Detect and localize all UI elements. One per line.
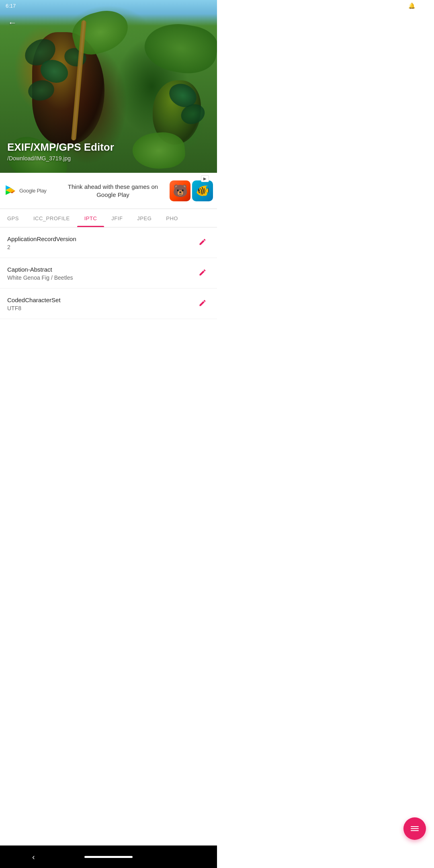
tab-jpeg[interactable]: JPEG bbox=[130, 209, 159, 227]
pencil-icon-2 bbox=[199, 268, 207, 276]
field-info-caption-abstract: Caption-Abstract White Genoa Fig / Beetl… bbox=[7, 266, 195, 281]
tab-jfif[interactable]: JFIF bbox=[104, 209, 130, 227]
hero-subtitle: /Download/IMG_3719.jpg bbox=[7, 155, 114, 162]
tab-iptc[interactable]: IPTC bbox=[77, 209, 104, 227]
ad-play-badge[interactable]: ▶ bbox=[201, 175, 209, 182]
field-name-application-record-version: ApplicationRecordVersion bbox=[7, 235, 195, 242]
hero-title: EXIF/XMP/GPS Editor bbox=[7, 141, 114, 154]
field-value-caption-abstract: White Genoa Fig / Beetles bbox=[7, 274, 195, 281]
game2-emoji: 🐠 bbox=[196, 184, 210, 197]
pencil-icon-1 bbox=[199, 238, 207, 246]
ad-text: Think ahead with these games on Google P… bbox=[61, 183, 165, 199]
google-play-logo: Google Play bbox=[4, 184, 56, 197]
status-time: 6:17 bbox=[6, 3, 16, 9]
tabs-bar: GPS ICC_PROFILE IPTC JFIF JPEG PHO bbox=[0, 209, 217, 227]
field-row-coded-character-set: CodedCharacterSet UTF8 bbox=[0, 289, 217, 319]
status-bar: 6:17 🔔 ▲ ▮ bbox=[0, 0, 217, 11]
field-info-application-record-version: ApplicationRecordVersion 2 bbox=[7, 235, 195, 250]
hero-text-overlay: EXIF/XMP/GPS Editor /Download/IMG_3719.j… bbox=[7, 141, 114, 162]
field-row-application-record-version: ApplicationRecordVersion 2 bbox=[0, 227, 217, 258]
tab-pho[interactable]: PHO bbox=[159, 209, 185, 227]
ad-games: 🐻 🐠 bbox=[170, 180, 213, 201]
field-info-coded-character-set: CodedCharacterSet UTF8 bbox=[7, 297, 195, 311]
play-badge-icon: ▶ bbox=[203, 176, 207, 181]
ad-banner[interactable]: Google Play Think ahead with these games… bbox=[0, 173, 217, 209]
field-value-application-record-version: 2 bbox=[7, 244, 195, 250]
field-row-caption-abstract: Caption-Abstract White Genoa Fig / Beetl… bbox=[0, 258, 217, 289]
ad-game-icon-1[interactable]: 🐻 bbox=[170, 180, 190, 201]
tab-gps[interactable]: GPS bbox=[0, 209, 26, 227]
google-play-label: Google Play bbox=[19, 188, 47, 194]
back-button[interactable]: ← bbox=[5, 14, 20, 31]
edit-button-coded-character-set[interactable] bbox=[195, 296, 210, 312]
hero-image: ← EXIF/XMP/GPS Editor /Download/IMG_3719… bbox=[0, 0, 217, 173]
edit-button-caption-abstract[interactable] bbox=[195, 265, 210, 282]
field-name-coded-character-set: CodedCharacterSet bbox=[7, 297, 195, 303]
game1-emoji: 🐻 bbox=[173, 184, 188, 198]
pencil-icon-3 bbox=[199, 299, 207, 307]
tab-icc-profile[interactable]: ICC_PROFILE bbox=[26, 209, 77, 227]
ad-game-icon-2[interactable]: 🐠 bbox=[192, 180, 213, 201]
edit-button-application-record-version[interactable] bbox=[195, 235, 210, 251]
fields-list: ApplicationRecordVersion 2 Caption-Abstr… bbox=[0, 227, 217, 319]
field-name-caption-abstract: Caption-Abstract bbox=[7, 266, 195, 273]
field-value-coded-character-set: UTF8 bbox=[7, 305, 195, 311]
google-play-icon bbox=[4, 184, 17, 197]
